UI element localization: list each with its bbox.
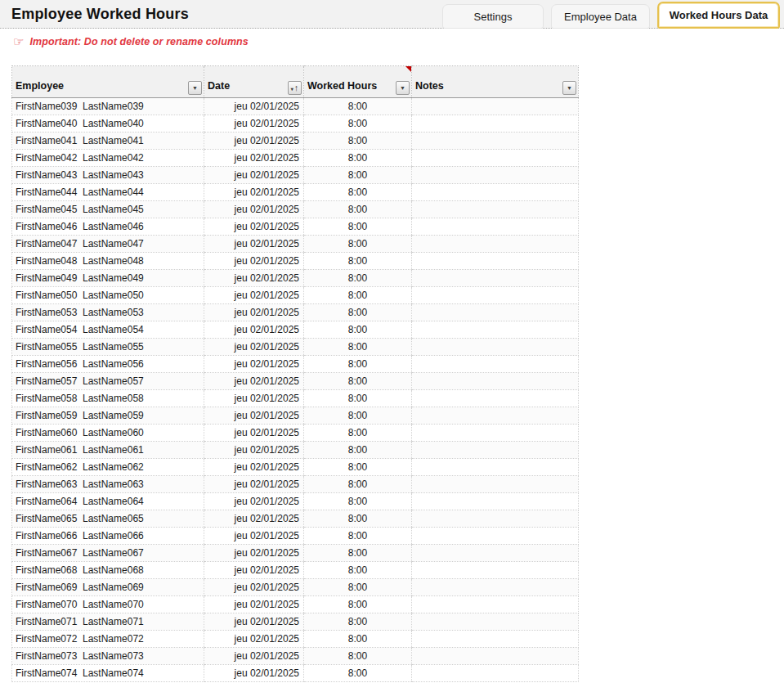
employee-cell[interactable]: FirstName042 LastName042 [12,150,204,167]
worked-hours-cell[interactable]: 8:00 [304,545,412,562]
date-cell[interactable]: jeu 02/01/2025 [204,356,304,373]
worked-hours-cell[interactable]: 8:00 [304,287,412,304]
employee-cell[interactable]: FirstName057 LastName057 [12,373,204,390]
worked-hours-cell[interactable]: 8:00 [304,115,412,133]
employee-cell[interactable]: FirstName068 LastName068 [12,562,204,579]
date-cell[interactable]: jeu 02/01/2025 [204,304,304,321]
column-header-notes[interactable]: Notes ▼ [412,66,579,98]
date-cell[interactable]: jeu 02/01/2025 [204,98,304,115]
tab-worked-hours-data[interactable]: Worked Hours Data [657,2,780,29]
date-cell[interactable]: jeu 02/01/2025 [204,631,304,648]
notes-cell[interactable] [412,184,579,201]
employee-cell[interactable]: FirstName071 LastName071 [12,613,204,631]
notes-cell[interactable] [412,150,579,167]
notes-cell[interactable] [412,218,579,236]
worked-hours-cell[interactable]: 8:00 [304,133,412,150]
worked-hours-cell[interactable]: 8:00 [304,167,412,184]
employee-cell[interactable]: FirstName064 LastName064 [12,493,204,510]
worked-hours-cell[interactable]: 8:00 [304,459,412,476]
employee-cell[interactable]: FirstName053 LastName053 [12,304,204,321]
employee-cell[interactable]: FirstName061 LastName061 [12,442,204,459]
date-cell[interactable]: jeu 02/01/2025 [204,270,304,287]
employee-cell[interactable]: FirstName050 LastName050 [12,287,204,304]
notes-cell[interactable] [412,270,579,287]
notes-cell[interactable] [412,373,579,390]
worked-hours-cell[interactable]: 8:00 [304,201,412,218]
employee-cell[interactable]: FirstName060 LastName060 [12,425,204,442]
employee-cell[interactable]: FirstName074 LastName074 [12,665,204,682]
worked-hours-cell[interactable]: 8:00 [304,562,412,579]
worked-hours-cell[interactable]: 8:00 [304,184,412,201]
column-header-employee[interactable]: Employee ▼ [12,66,204,98]
notes-cell[interactable] [412,442,579,459]
notes-cell[interactable] [412,356,579,373]
notes-cell[interactable] [412,665,579,682]
notes-cell[interactable] [412,648,579,665]
employee-cell[interactable]: FirstName058 LastName058 [12,390,204,407]
notes-cell[interactable] [412,596,579,613]
date-cell[interactable]: jeu 02/01/2025 [204,390,304,407]
employee-cell[interactable]: FirstName055 LastName055 [12,339,204,356]
notes-cell[interactable] [412,98,579,115]
employee-cell[interactable]: FirstName045 LastName045 [12,201,204,218]
date-cell[interactable]: jeu 02/01/2025 [204,218,304,236]
worked-hours-cell[interactable]: 8:00 [304,356,412,373]
notes-cell[interactable] [412,339,579,356]
date-cell[interactable]: jeu 02/01/2025 [204,115,304,133]
date-cell[interactable]: jeu 02/01/2025 [204,648,304,665]
worked-hours-cell[interactable]: 8:00 [304,321,412,339]
date-cell[interactable]: jeu 02/01/2025 [204,493,304,510]
worked-hours-cell[interactable]: 8:00 [304,510,412,528]
notes-cell[interactable] [412,321,579,339]
date-cell[interactable]: jeu 02/01/2025 [204,150,304,167]
worked-hours-cell[interactable]: 8:00 [304,98,412,115]
date-cell[interactable]: jeu 02/01/2025 [204,459,304,476]
date-cell[interactable]: jeu 02/01/2025 [204,407,304,425]
notes-cell[interactable] [412,390,579,407]
worked-hours-cell[interactable]: 8:00 [304,390,412,407]
worked-hours-cell[interactable]: 8:00 [304,665,412,682]
worked-hours-cell[interactable]: 8:00 [304,304,412,321]
column-header-worked-hours[interactable]: Worked Hours ▼ [304,66,412,98]
employee-cell[interactable]: FirstName039 LastName039 [12,98,204,115]
worked-hours-cell[interactable]: 8:00 [304,631,412,648]
worked-hours-cell[interactable]: 8:00 [304,648,412,665]
worked-hours-cell[interactable]: 8:00 [304,253,412,270]
employee-cell[interactable]: FirstName046 LastName046 [12,218,204,236]
notes-filter-button[interactable]: ▼ [562,81,576,95]
worked-hours-cell[interactable]: 8:00 [304,493,412,510]
notes-cell[interactable] [412,133,579,150]
tab-employee-data[interactable]: Employee Data [551,4,650,29]
date-cell[interactable]: jeu 02/01/2025 [204,339,304,356]
employee-cell[interactable]: FirstName065 LastName065 [12,510,204,528]
employee-filter-button[interactable]: ▼ [188,81,202,95]
employee-cell[interactable]: FirstName049 LastName049 [12,270,204,287]
date-cell[interactable]: jeu 02/01/2025 [204,373,304,390]
date-cell[interactable]: jeu 02/01/2025 [204,425,304,442]
employee-cell[interactable]: FirstName040 LastName040 [12,115,204,133]
date-cell[interactable]: jeu 02/01/2025 [204,442,304,459]
employee-cell[interactable]: FirstName073 LastName073 [12,648,204,665]
notes-cell[interactable] [412,493,579,510]
notes-cell[interactable] [412,201,579,218]
column-header-date[interactable]: Date ▾↑ [204,66,304,98]
notes-cell[interactable] [412,167,579,184]
worked-hours-cell[interactable]: 8:00 [304,270,412,287]
date-cell[interactable]: jeu 02/01/2025 [204,562,304,579]
employee-cell[interactable]: FirstName044 LastName044 [12,184,204,201]
employee-cell[interactable]: FirstName069 LastName069 [12,579,204,596]
worked-hours-cell[interactable]: 8:00 [304,596,412,613]
notes-cell[interactable] [412,545,579,562]
worked-hours-cell[interactable]: 8:00 [304,425,412,442]
notes-cell[interactable] [412,579,579,596]
employee-cell[interactable]: FirstName059 LastName059 [12,407,204,425]
worked-hours-cell[interactable]: 8:00 [304,442,412,459]
worked-hours-filter-button[interactable]: ▼ [396,81,410,95]
employee-cell[interactable]: FirstName047 LastName047 [12,236,204,253]
notes-cell[interactable] [412,287,579,304]
notes-cell[interactable] [412,407,579,425]
date-cell[interactable]: jeu 02/01/2025 [204,133,304,150]
date-cell[interactable]: jeu 02/01/2025 [204,613,304,631]
date-cell[interactable]: jeu 02/01/2025 [204,167,304,184]
employee-cell[interactable]: FirstName048 LastName048 [12,253,204,270]
